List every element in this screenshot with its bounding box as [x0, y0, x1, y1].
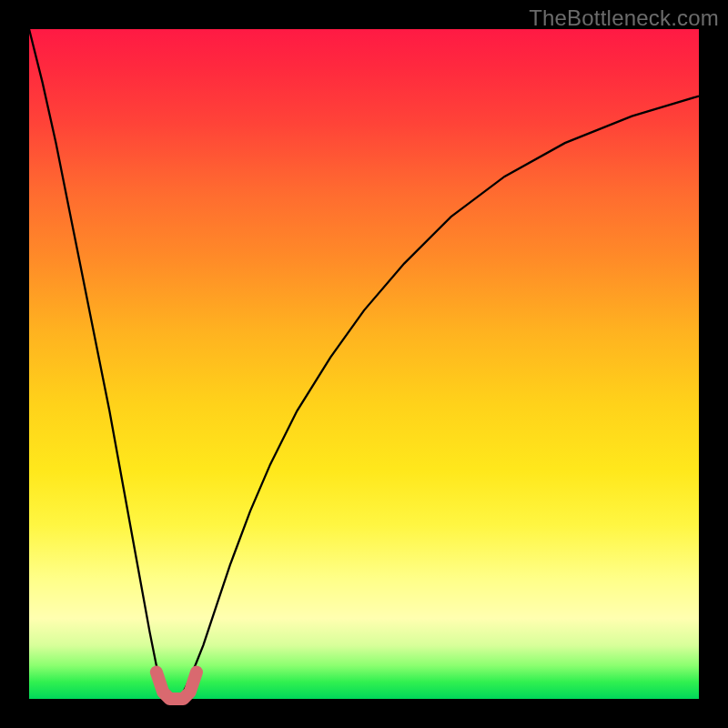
watermark-text: TheBottleneck.com: [529, 5, 719, 31]
plot-area: [29, 29, 699, 699]
chart-frame: TheBottleneck.com: [0, 0, 728, 728]
right-branch-curve: [177, 96, 699, 699]
curve-layer: [29, 29, 699, 699]
bottom-cap-curve: [157, 672, 197, 699]
left-branch-curve: [29, 29, 177, 699]
